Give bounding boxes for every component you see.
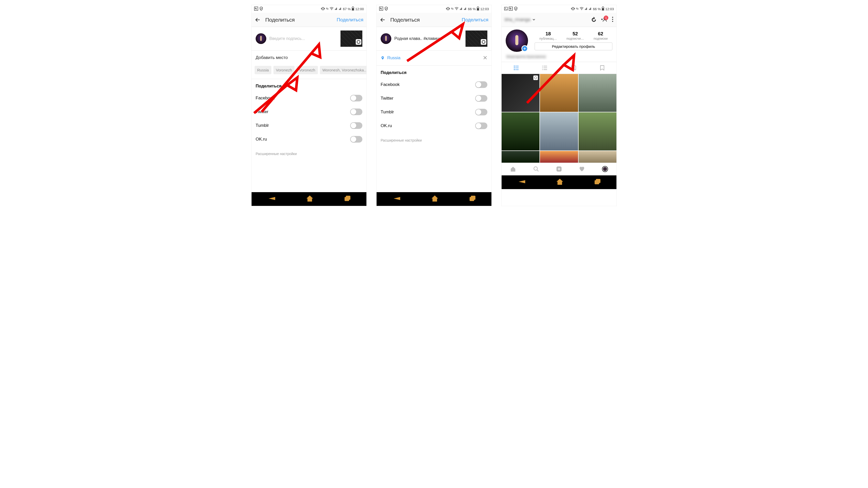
grid-photo[interactable] (540, 74, 578, 112)
stat-posts[interactable]: 18 публикац… (539, 31, 557, 40)
photo-thumbnail[interactable] (466, 30, 487, 47)
nav-home-icon[interactable] (556, 178, 564, 186)
grid-photo[interactable] (579, 112, 616, 150)
grid-photo[interactable] (502, 151, 539, 163)
chip[interactable]: Voronezh (297, 66, 318, 74)
toggle[interactable] (350, 122, 362, 129)
caption-text[interactable]: Родная клава.. #клавиши (394, 36, 462, 41)
stat-label: подписки (594, 37, 608, 40)
back-icon[interactable] (255, 17, 261, 23)
nav-home-icon[interactable] (306, 195, 314, 203)
share-okru[interactable]: OK.ru (377, 119, 491, 133)
toggle[interactable] (475, 123, 487, 129)
advanced-settings-link[interactable]: Расширенные настройки (252, 146, 366, 161)
toggle[interactable] (350, 109, 362, 115)
username-dropdown[interactable]: bha_rmanga (505, 17, 530, 22)
nav-profile-tab[interactable] (602, 166, 608, 172)
tab-saved[interactable] (588, 62, 616, 74)
caption-input[interactable] (269, 36, 337, 41)
toggle[interactable] (350, 136, 362, 143)
battery-percent: 66 % (593, 7, 601, 11)
menu-dots-icon[interactable] (612, 17, 613, 23)
avatar (256, 33, 266, 44)
tab-grid[interactable] (502, 62, 530, 74)
nav-home-icon[interactable] (431, 195, 439, 203)
svg-point-40 (517, 69, 518, 70)
nav-recent-icon[interactable] (594, 178, 601, 186)
share-twitter[interactable]: Twitter (377, 92, 491, 105)
grid-photo[interactable] (540, 151, 578, 163)
share-okru[interactable]: OK.ru (252, 132, 366, 146)
add-story-plus-icon[interactable]: + (521, 45, 528, 52)
nav-back-icon[interactable] (392, 195, 401, 203)
tab-list[interactable] (530, 62, 559, 74)
nav-search-tab[interactable] (533, 166, 539, 172)
android-nav-bar (252, 192, 366, 206)
svg-rect-5 (352, 8, 354, 10)
add-location-row[interactable]: Добавить место (252, 51, 366, 65)
nav-back-icon[interactable] (267, 195, 276, 203)
chip[interactable]: Russia (255, 66, 271, 74)
toggle[interactable] (475, 81, 487, 88)
toggle[interactable] (475, 109, 487, 115)
share-twitter[interactable]: Twitter (252, 105, 366, 119)
shield-icon (384, 7, 388, 11)
svg-point-39 (516, 69, 517, 70)
share-label: Twitter (256, 109, 268, 114)
nav-activity-tab[interactable] (579, 166, 585, 172)
wifi-icon (330, 7, 334, 11)
wifi-icon (580, 7, 584, 11)
nav-recent-icon[interactable] (344, 195, 351, 203)
svg-rect-18 (470, 197, 474, 201)
pulse-icon (379, 7, 383, 11)
grid-photo[interactable] (502, 74, 539, 112)
share-tumblr[interactable]: Tumblr (377, 105, 491, 119)
battery-percent: 67 % (343, 7, 351, 11)
profile-app-bar: bha_rmanga 1 (502, 13, 616, 27)
grid-photo[interactable] (502, 112, 539, 150)
tab-tagged[interactable] (559, 62, 588, 74)
selected-location-row[interactable]: Russia ✕ (377, 51, 491, 65)
nav-back-icon[interactable] (517, 179, 526, 186)
svg-point-2 (331, 9, 332, 10)
photo-thumbnail[interactable] (340, 30, 362, 47)
svg-point-24 (581, 9, 582, 10)
chevron-down-icon[interactable] (532, 18, 535, 22)
svg-rect-14 (477, 7, 478, 7)
share-facebook[interactable]: Facebook (377, 78, 491, 92)
signal-icon-2 (589, 7, 592, 11)
status-bar: 66 % 12:03 (502, 5, 616, 13)
nav-recent-icon[interactable] (469, 195, 476, 203)
discover-people-icon[interactable]: 1 (601, 17, 607, 23)
nav-add-tab[interactable] (556, 166, 562, 172)
chip[interactable]: Woronesh, Voronezhska... (320, 66, 366, 74)
share-label: Tumblr (256, 123, 269, 128)
grid-photo[interactable] (579, 74, 616, 112)
edit-profile-button[interactable]: Редактировать профиль (535, 42, 612, 50)
share-section-header: Поделиться (377, 66, 491, 78)
toggle[interactable] (350, 95, 362, 101)
android-nav-bar (377, 192, 491, 206)
nav-home-tab[interactable] (510, 166, 516, 172)
grid-photo[interactable] (540, 112, 578, 150)
profile-avatar[interactable]: + (506, 29, 528, 52)
archive-icon[interactable] (591, 17, 597, 23)
grid-photo[interactable] (579, 151, 616, 163)
share-facebook[interactable]: Facebook (252, 91, 366, 105)
stat-following[interactable]: 62 подписки (594, 31, 608, 40)
status-bar: 67 % 12:00 (252, 5, 366, 13)
back-icon[interactable] (380, 17, 386, 23)
share-button[interactable]: Поделиться (462, 17, 488, 23)
clear-location-icon[interactable]: ✕ (483, 55, 487, 61)
location-suggestions: Russia Voronezh Voronezh Woronesh, Voron… (252, 65, 366, 79)
screen-1-share-empty: 67 % 12:00 Поделиться Поделиться Добавит… (252, 5, 366, 206)
share-button[interactable]: Поделиться (337, 17, 363, 23)
chip[interactable]: Voronezh (273, 66, 294, 74)
share-section-header: Поделиться (252, 79, 366, 91)
toggle[interactable] (475, 95, 487, 102)
stat-followers[interactable]: 52 подписчи… (566, 31, 584, 40)
share-tumblr[interactable]: Tumblr (252, 119, 366, 132)
svg-rect-26 (602, 7, 603, 7)
battery-icon (352, 7, 354, 11)
advanced-settings-link[interactable]: Расширенные настройки (377, 133, 491, 148)
